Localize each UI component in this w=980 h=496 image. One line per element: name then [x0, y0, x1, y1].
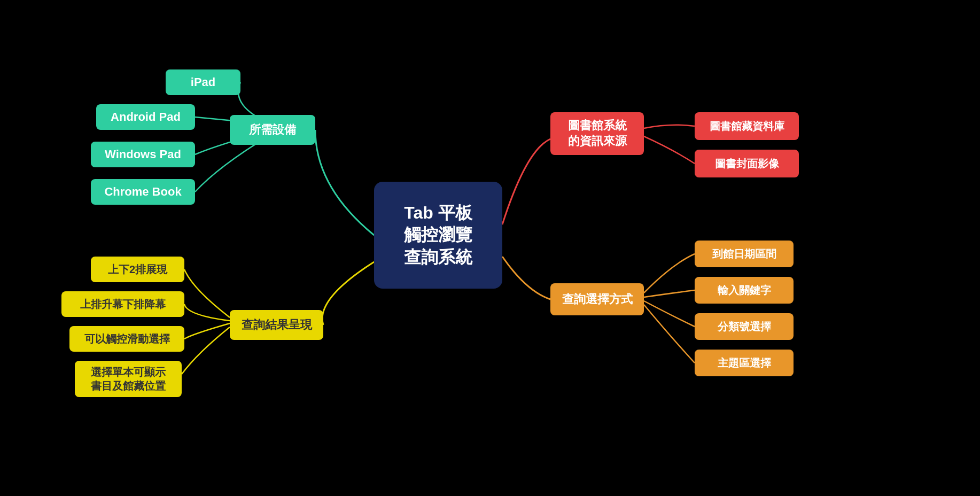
chrome-label: Chrome Book	[104, 184, 181, 200]
branch-query-select: 查詢選擇方式	[550, 283, 644, 315]
branch-library-source: 圖書館系統的資訊來源	[550, 112, 644, 155]
node-ipad: iPad	[166, 69, 240, 95]
node-select-book: 選擇單本可顯示書目及館藏位置	[75, 361, 182, 397]
node-category: 分類號選擇	[695, 313, 794, 340]
node-android-pad: Android Pad	[96, 104, 195, 130]
book-cover-label: 圖書封面影像	[715, 157, 779, 170]
date-range-label: 到館日期區間	[712, 247, 776, 261]
windows-label: Windows Pad	[105, 147, 181, 162]
node-up-down: 上排升幕下排降幕	[61, 291, 184, 317]
branch-required-devices: 所需設備	[230, 115, 315, 145]
collection-db-label: 圖書館藏資料庫	[710, 119, 784, 133]
android-label: Android Pad	[111, 110, 181, 125]
select-book-label: 選擇單本可顯示書目及館藏位置	[91, 365, 166, 393]
node-book-cover: 圖書封面影像	[695, 150, 799, 177]
center-label: Tab 平板觸控瀏覽查詢系統	[404, 202, 472, 269]
branch-query-result: 查詢結果呈現	[230, 310, 323, 340]
touch-scroll-label: 可以觸控滑動選擇	[84, 332, 170, 346]
required-devices-label: 所需設備	[249, 122, 296, 138]
node-keyword: 輸入關鍵字	[695, 277, 794, 304]
node-two-rows: 上下2排展現	[91, 257, 184, 282]
mindmap-container: Tab 平板觸控瀏覽查詢系統 所需設備 iPad Android Pad Win…	[0, 0, 980, 496]
node-date-range: 到館日期區間	[695, 241, 794, 267]
center-node: Tab 平板觸控瀏覽查詢系統	[374, 182, 502, 289]
query-result-label: 查詢結果呈現	[242, 317, 312, 333]
node-chrome-book: Chrome Book	[91, 179, 195, 205]
node-windows-pad: Windows Pad	[91, 142, 195, 167]
keyword-label: 輸入關鍵字	[718, 283, 771, 297]
theme-label: 主題區選擇	[718, 356, 771, 370]
node-theme: 主題區選擇	[695, 350, 794, 376]
query-select-label: 查詢選擇方式	[562, 292, 633, 307]
ipad-label: iPad	[191, 75, 215, 90]
node-touch-scroll: 可以觸控滑動選擇	[69, 326, 184, 352]
up-down-label: 上排升幕下排降幕	[80, 297, 166, 311]
two-rows-label: 上下2排展現	[108, 262, 167, 276]
library-source-label: 圖書館系統的資訊來源	[568, 118, 627, 149]
node-collection-db: 圖書館藏資料庫	[695, 112, 799, 140]
category-label: 分類號選擇	[718, 320, 771, 334]
